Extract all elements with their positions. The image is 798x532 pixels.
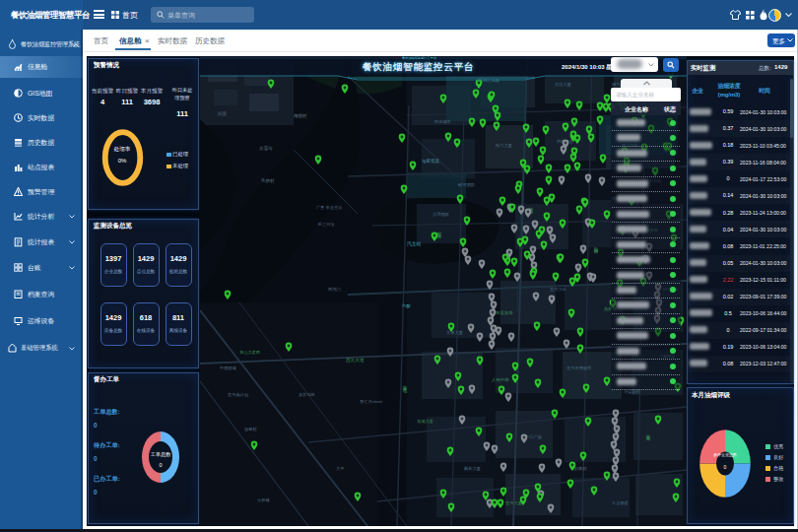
svg-text:阳光城市: 阳光城市	[434, 119, 451, 124]
svg-text:西鸿门: 西鸿门	[328, 287, 341, 292]
svg-text:海聚银寓: 海聚银寓	[422, 158, 440, 164]
svg-text:大平: 大平	[336, 466, 345, 471]
svg-text:香汇天street: 香汇天street	[360, 399, 383, 404]
svg-text:龙山大道西: 龙山大道西	[239, 350, 261, 355]
svg-text:宜兴风计划: 宜兴风计划	[228, 392, 249, 397]
svg-text:工业园道: 工业园道	[611, 500, 629, 505]
svg-text:分析镇: 分析镇	[257, 498, 270, 502]
svg-text:人民中路: 人民中路	[492, 377, 509, 382]
svg-text:水漫沟: 水漫沟	[259, 145, 273, 151]
svg-text:广量 依水生活: 广量 依水生活	[316, 205, 343, 210]
svg-text:宜兴万达: 宜兴万达	[550, 287, 566, 292]
svg-text:汽配: 汽配	[402, 303, 411, 308]
svg-text:吴所花苑: 吴所花苑	[299, 392, 316, 397]
svg-text:东城大道: 东城大道	[417, 419, 433, 424]
svg-text:毛旗村: 毛旗村	[260, 177, 275, 184]
svg-text:机三日水: 机三日水	[317, 222, 336, 227]
svg-text:阳泉东路: 阳泉东路	[496, 310, 513, 315]
